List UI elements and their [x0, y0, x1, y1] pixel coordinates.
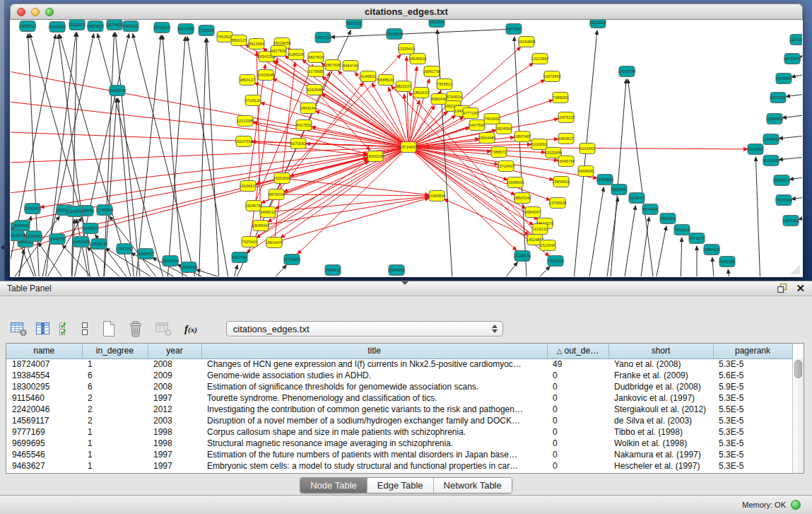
graph-node[interactable]: 20691406: [49, 22, 66, 33]
graph-edge[interactable]: [199, 38, 206, 276]
graph-node[interactable]: 9329966: [776, 74, 792, 84]
row-height-button[interactable]: [81, 321, 89, 337]
column-header-year[interactable]: year: [148, 344, 201, 358]
graph-node[interactable]: 17359928: [96, 205, 114, 216]
graph-node[interactable]: 18107554: [235, 136, 253, 147]
graph-edge[interactable]: [331, 29, 514, 37]
graph-node[interactable]: 9463627: [558, 134, 574, 144]
network-canvas[interactable]: 2405572420691406199311211065326715276021…: [11, 20, 802, 276]
graph-node[interactable]: 15716485: [283, 255, 301, 265]
graph-node[interactable]: 10653267: [87, 21, 105, 32]
create-column-button[interactable]: [101, 320, 117, 337]
float-panel-icon[interactable]: [777, 284, 787, 293]
graph-node[interactable]: 9975887: [83, 223, 98, 234]
graph-node[interactable]: 9588520: [378, 75, 394, 86]
table-scrollbar[interactable]: [792, 358, 804, 473]
graph-edge[interactable]: [527, 267, 550, 276]
graph-node[interactable]: 9777169: [463, 108, 478, 119]
tab-network-table[interactable]: Network Table: [434, 478, 512, 493]
graph-edge[interactable]: [98, 34, 167, 276]
graph-node[interactable]: 16914479: [266, 238, 283, 248]
graph-node[interactable]: 7955812: [437, 79, 452, 90]
graph-node[interactable]: 25053346: [109, 86, 126, 96]
graph-node[interactable]: 3824554: [496, 124, 512, 134]
graph-node[interactable]: 9890127: [240, 75, 255, 86]
graph-node[interactable]: 9822037: [396, 81, 411, 92]
graph-edge[interactable]: [11, 147, 408, 195]
graph-node[interactable]: 9827509: [271, 46, 286, 57]
graph-node[interactable]: 9227341: [770, 93, 786, 103]
graph-node[interactable]: 8471676: [689, 233, 705, 244]
column-header-short[interactable]: short: [608, 344, 713, 358]
close-panel-icon[interactable]: ✕: [796, 283, 805, 294]
graph-node[interactable]: 6466162: [123, 21, 139, 32]
graph-node[interactable]: 24055724: [19, 21, 37, 32]
graph-node[interactable]: 16154808: [518, 37, 536, 47]
graph-edge[interactable]: [623, 206, 635, 276]
graph-node[interactable]: 3175685: [308, 66, 324, 77]
delete-column-button[interactable]: [127, 320, 144, 337]
graph-node[interactable]: 9245052: [719, 257, 735, 267]
graph-edge[interactable]: [789, 175, 802, 180]
graph-node[interactable]: 6497568: [469, 120, 485, 131]
graph-edge[interactable]: [792, 70, 802, 77]
column-header-name[interactable]: name: [6, 344, 82, 358]
graph-node[interactable]: 7632621: [674, 225, 690, 235]
graph-node[interactable]: 15495784: [558, 156, 575, 167]
graph-edge[interactable]: [11, 147, 408, 163]
table-row[interactable]: 946554611997Estimation of the future num…: [6, 449, 792, 460]
graph-node[interactable]: 12213389: [237, 116, 254, 127]
tab-edge-table[interactable]: Edge Table: [367, 478, 434, 493]
graph-edge[interactable]: [298, 147, 408, 254]
splitter-handle[interactable]: [401, 281, 408, 285]
graph-edge[interactable]: [115, 33, 142, 276]
graph-edge[interactable]: [276, 194, 429, 196]
graph-node[interactable]: 13756928: [549, 198, 567, 209]
graph-node[interactable]: 10973493: [543, 71, 561, 82]
graph-node[interactable]: 10245082: [388, 265, 406, 276]
graph-node[interactable]: 10719135: [153, 23, 171, 33]
graph-node[interactable]: 15720407: [498, 161, 515, 172]
graph-node[interactable]: 1615132: [532, 224, 548, 235]
graph-node[interactable]: 7625402: [242, 237, 257, 247]
graph-node[interactable]: 8938924: [611, 185, 627, 195]
graph-edge[interactable]: [728, 269, 730, 276]
table-row[interactable]: 946362711997Embryonic stem cells: a mode…: [6, 460, 792, 472]
graph-node[interactable]: 8427552: [296, 120, 312, 131]
graph-edge[interactable]: [782, 112, 802, 118]
graph-node[interactable]: 20564486: [478, 133, 496, 144]
function-builder-button[interactable]: f(x): [184, 323, 197, 335]
graph-node[interactable]: 15654923: [553, 177, 570, 187]
graph-node[interactable]: 2887682: [506, 24, 522, 35]
table-row[interactable]: 1830029562008Estimation of significance …: [6, 381, 792, 392]
graph-node[interactable]: 9457791: [232, 252, 247, 263]
column-header-out_de[interactable]: △out_de…: [547, 344, 608, 358]
graph-node[interactable]: 2803144: [300, 103, 316, 114]
graph-edge[interactable]: [230, 265, 237, 276]
graph-node[interactable]: 17957253: [116, 244, 134, 255]
table-row[interactable]: 911546021997Tourette syndrome. Phenomeno…: [6, 392, 792, 404]
column-header-pagerank[interactable]: pagerank: [713, 344, 792, 358]
graph-edge[interactable]: [779, 134, 802, 139]
graph-node[interactable]: 10654112: [703, 245, 720, 255]
graph-node[interactable]: 15751874: [784, 54, 801, 64]
graph-node[interactable]: 8878334: [269, 189, 284, 200]
graph-node[interactable]: 2450912: [325, 265, 341, 276]
left-panel-collapse-strip[interactable]: [0, 0, 5, 281]
graph-node[interactable]: 6216061: [531, 139, 547, 150]
graph-edge[interactable]: [792, 194, 802, 199]
graph-edge[interactable]: [654, 226, 666, 276]
graph-node[interactable]: 12444151: [763, 134, 780, 145]
graph-node[interactable]: 16648784: [618, 66, 636, 77]
graph-edge[interactable]: [587, 187, 604, 276]
graph-node[interactable]: 10688609: [507, 177, 524, 188]
column-header-in_degree[interactable]: in_degree: [82, 344, 148, 358]
graph-node[interactable]: 19166827: [240, 181, 257, 192]
graph-edge[interactable]: [275, 147, 408, 209]
graph-node[interactable]: 2867608: [325, 60, 341, 71]
graph-edge[interactable]: [261, 197, 429, 226]
graph-node[interactable]: 11675311: [782, 216, 799, 226]
graph-node[interactable]: 16961758: [423, 66, 441, 77]
graph-node[interactable]: 12975115: [558, 112, 575, 123]
graph-node[interactable]: 9474444: [642, 204, 658, 215]
